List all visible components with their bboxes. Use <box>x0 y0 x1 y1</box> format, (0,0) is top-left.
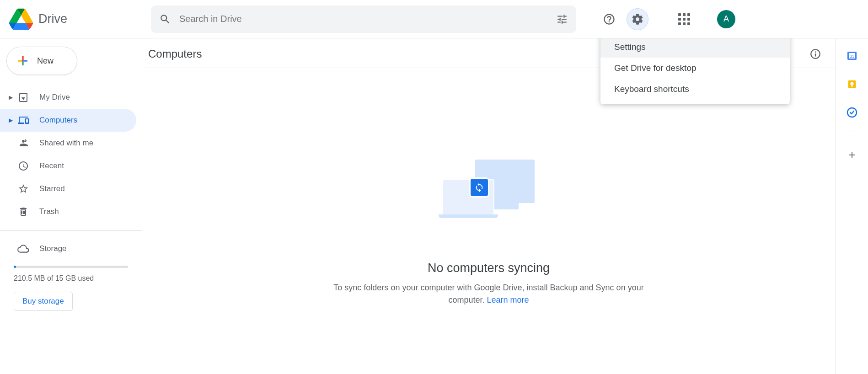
side-panel: 31 + <box>836 38 868 374</box>
menu-item-settings[interactable]: Settings <box>600 38 790 58</box>
sidebar-item-recent[interactable]: ▶ Recent <box>0 155 136 177</box>
chevron-right-icon: ▶ <box>6 94 15 101</box>
search-bar[interactable] <box>151 5 576 33</box>
side-app-tasks[interactable] <box>847 107 857 118</box>
sidebar-item-computers[interactable]: ▶ Computers <box>0 109 136 132</box>
help-icon <box>603 13 616 26</box>
storage-bar <box>14 266 128 268</box>
empty-title: No computers syncing <box>428 261 550 275</box>
svg-rect-5 <box>851 85 853 87</box>
storage-bar-fill <box>14 266 16 268</box>
apps-grid-icon <box>678 13 690 25</box>
sidebar-item-my-drive[interactable]: ▶ My Drive <box>0 86 136 109</box>
search-input[interactable] <box>171 14 556 24</box>
trash-icon <box>17 206 29 218</box>
divider <box>846 130 858 130</box>
keep-icon <box>847 79 857 89</box>
empty-illustration <box>443 160 535 219</box>
buy-storage-button[interactable]: Buy storage <box>14 292 73 311</box>
learn-more-link[interactable]: Learn more <box>487 295 529 305</box>
sidebar-item-label: Recent <box>39 161 64 171</box>
sidebar: New ▶ My Drive ▶ Computers ▶ <box>0 38 142 374</box>
settings-button[interactable] <box>627 8 648 30</box>
my-drive-icon <box>17 91 29 103</box>
tune-icon[interactable] <box>556 13 568 25</box>
shared-icon <box>17 137 29 149</box>
add-app-button[interactable]: + <box>848 148 855 162</box>
empty-state: No computers syncing To sync folders on … <box>142 68 836 374</box>
nav: ▶ My Drive ▶ Computers ▶ Shared with me <box>0 86 142 260</box>
recent-icon <box>17 160 29 172</box>
sidebar-item-shared[interactable]: ▶ Shared with me <box>0 132 136 155</box>
svg-point-4 <box>850 82 853 85</box>
calendar-icon: 31 <box>847 50 857 61</box>
settings-menu: Settings Get Drive for desktop Keyboard … <box>600 38 790 104</box>
main-content: Computers Settings Get Drive for desktop… <box>142 38 836 374</box>
computers-icon <box>17 114 29 126</box>
empty-subtitle: To sync folders on your computer with Go… <box>329 282 649 306</box>
avatar[interactable]: A <box>717 10 735 28</box>
sidebar-item-label: Computers <box>39 116 77 125</box>
details-button[interactable] <box>809 48 822 60</box>
sidebar-item-label: My Drive <box>39 93 70 102</box>
sidebar-item-label: Starred <box>39 184 65 193</box>
sidebar-item-storage[interactable]: ▶ Storage <box>0 237 136 260</box>
info-icon <box>809 48 821 60</box>
sidebar-item-starred[interactable]: ▶ Starred <box>0 177 136 200</box>
sidebar-item-trash[interactable]: ▶ Trash <box>0 200 136 223</box>
chevron-right-icon: ▶ <box>6 117 15 123</box>
help-button[interactable] <box>598 8 620 30</box>
sidebar-item-label: Trash <box>39 207 59 216</box>
logo[interactable]: Drive <box>9 8 151 30</box>
star-icon <box>17 183 29 195</box>
cloud-icon <box>17 243 29 255</box>
side-app-keep[interactable] <box>847 79 857 90</box>
divider <box>0 230 142 231</box>
sidebar-item-label: Storage <box>39 244 67 253</box>
gear-icon <box>631 13 644 26</box>
storage-text: 210.5 MB of 15 GB used <box>14 274 142 283</box>
page-title: Computers <box>148 48 202 60</box>
header-actions: A <box>598 8 735 30</box>
menu-item-shortcuts[interactable]: Keyboard shortcuts <box>600 79 790 100</box>
sidebar-item-label: Shared with me <box>39 139 93 148</box>
svg-text:31: 31 <box>850 54 854 59</box>
menu-item-drive-desktop[interactable]: Get Drive for desktop <box>600 58 790 79</box>
product-name: Drive <box>38 12 67 26</box>
tasks-icon <box>847 107 857 118</box>
new-button[interactable]: New <box>6 47 77 75</box>
sync-icon <box>471 179 488 196</box>
side-app-calendar[interactable]: 31 <box>847 50 857 61</box>
drive-logo-icon <box>9 8 33 30</box>
new-button-label: New <box>37 56 54 66</box>
plus-icon <box>16 54 30 68</box>
app-header: Drive A <box>0 0 868 38</box>
apps-button[interactable] <box>673 8 695 30</box>
search-icon <box>159 13 171 25</box>
